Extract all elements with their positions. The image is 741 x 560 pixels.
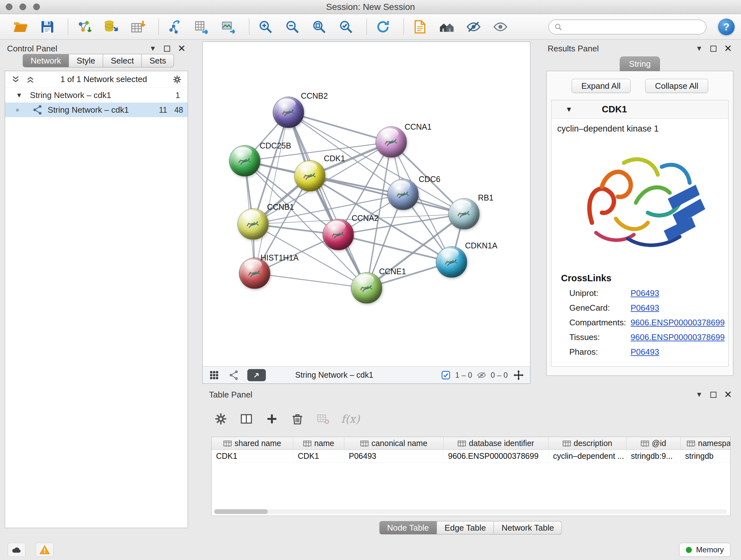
zoom-in-button[interactable] [257, 18, 274, 36]
column-header-namespac[interactable]: namespac [681, 437, 731, 449]
panel-menu-icon[interactable]: ▼ [696, 390, 703, 399]
window-minimize-button[interactable] [19, 3, 26, 10]
node-cdk1[interactable] [294, 160, 326, 192]
collapse-all-button[interactable]: Collapse All [645, 79, 709, 93]
column-header-description[interactable]: description [549, 437, 626, 449]
show-columns-button[interactable] [239, 412, 254, 426]
disclosure-triangle-icon[interactable]: ▼ [565, 105, 572, 114]
export-table-button[interactable] [193, 18, 211, 36]
tab-sets[interactable]: Sets [142, 54, 174, 67]
tab-network-table[interactable]: Network Table [494, 521, 562, 535]
edge-ccnb2-ccna1[interactable] [288, 112, 391, 142]
node-rb1[interactable] [448, 198, 480, 230]
panel-menu-icon[interactable]: ▼ [696, 44, 703, 53]
hide-graphics-button[interactable] [465, 18, 482, 36]
column-header-id[interactable]: @id [626, 437, 681, 449]
tab-network[interactable]: Network [23, 54, 69, 67]
crosslink-value-link[interactable]: 9606.ENSP00000378699 [630, 318, 725, 327]
tab-string[interactable]: String [620, 57, 660, 71]
horizontal-scrollbar[interactable] [214, 509, 727, 514]
node-ccna2[interactable] [323, 219, 354, 250]
export-network-icon [167, 19, 183, 35]
node-ccnb1[interactable] [238, 208, 269, 240]
import-table-button[interactable] [129, 18, 147, 36]
detach-view-button[interactable] [247, 369, 266, 381]
crosslink-value-link[interactable]: P06493 [630, 303, 659, 313]
panel-menu-icon[interactable]: ▼ [149, 44, 156, 53]
panel-float-icon[interactable] [164, 46, 170, 52]
show-graphics-button[interactable] [491, 18, 509, 36]
network-edge-count: 48 [174, 105, 183, 115]
save-session-button[interactable] [38, 18, 56, 36]
mini-protein-image [247, 267, 263, 279]
crosslink-value-link[interactable]: P06493 [630, 347, 659, 357]
node-cdkn1a[interactable] [436, 246, 467, 278]
column-header-label: @id [652, 439, 666, 448]
panel-close-icon[interactable]: ✕ [178, 44, 186, 53]
scrollbar-thumb[interactable] [214, 509, 268, 514]
column-header-name[interactable]: name [293, 437, 344, 449]
disclosure-triangle-icon[interactable]: ▼ [16, 91, 22, 99]
window-zoom-button[interactable] [33, 3, 40, 10]
tab-edge-table[interactable]: Edge Table [437, 521, 494, 535]
column-header-database-identifier[interactable]: database identifier [444, 437, 549, 449]
network-list-button[interactable] [227, 369, 240, 381]
expand-all-icon[interactable] [11, 75, 20, 84]
create-column-button[interactable] [265, 412, 279, 426]
column-header-canonical-name[interactable]: canonical name [344, 437, 444, 449]
node-ccne1[interactable] [351, 272, 382, 304]
tab-style[interactable]: Style [69, 54, 103, 67]
table-row[interactable]: CDK1CDK1P064939606.ENSP00000378699cyclin… [212, 450, 730, 462]
panel-float-icon[interactable] [711, 46, 717, 52]
plus-icon [265, 412, 279, 426]
grid-view-button[interactable] [208, 369, 220, 381]
tab-node-table[interactable]: Node Table [379, 521, 437, 535]
tab-select[interactable]: Select [103, 54, 142, 67]
toolbar-separator [249, 18, 250, 35]
protein-card-header[interactable]: ▼ CDK1 [551, 100, 728, 119]
session-notes-button[interactable] [411, 18, 429, 36]
zoom-fit-button[interactable] [310, 18, 328, 36]
crosslink-value-link[interactable]: P06493 [630, 288, 659, 298]
edge-ccnb2-hist1h1a[interactable] [255, 112, 288, 273]
network-collection-row[interactable]: ▼ String Network – cdk1 1 [5, 88, 188, 103]
table-header-row: shared namenamecanonical namedatabase id… [212, 437, 730, 450]
cloud-status-button[interactable] [8, 543, 25, 557]
edge-hist1h1a-ccne1[interactable] [255, 273, 367, 288]
hidden-eye-slash-icon[interactable] [477, 370, 486, 380]
network-row-selected[interactable]: ● String Network – cdk1 11 48 [5, 103, 188, 117]
warning-status-button[interactable] [36, 543, 54, 557]
node-ccnb2[interactable] [273, 97, 304, 128]
export-network-button[interactable] [166, 18, 184, 36]
table-mode-button[interactable] [213, 412, 228, 426]
zoom-out-button[interactable] [283, 18, 301, 36]
column-header-label: namespac [698, 439, 731, 448]
function-builder-button[interactable]: f(x) [341, 413, 360, 425]
export-image-button[interactable] [219, 18, 238, 36]
panel-float-icon[interactable] [711, 392, 717, 398]
column-header-shared-name[interactable]: shared name [212, 437, 293, 449]
crosslink-value-link[interactable]: 9606.ENSP00000378699 [630, 332, 725, 342]
import-network-database-button[interactable] [102, 18, 120, 36]
search-input[interactable] [566, 21, 706, 34]
panel-close-icon[interactable]: ✕ [724, 390, 732, 399]
window-close-button[interactable] [6, 3, 12, 10]
collapse-all-icon[interactable] [25, 75, 35, 84]
gear-icon[interactable] [172, 75, 182, 84]
open-session-button[interactable] [11, 18, 29, 36]
zoom-selected-button[interactable] [337, 18, 355, 36]
network-canvas[interactable]: CCNB2CCNA1CDC25BCDK1CDC6RB1CCNB1CCNA2CDK… [203, 42, 530, 366]
memory-button[interactable]: Memory [679, 543, 731, 557]
birds-eye-toggle-button[interactable] [512, 369, 525, 381]
expand-all-button[interactable]: Expand All [571, 79, 630, 93]
delete-column-button[interactable] [290, 412, 305, 426]
apply-layout-button[interactable] [374, 18, 392, 36]
protein-description: cyclin–dependent kinase 1 [557, 124, 728, 134]
table-cell-id: stringdb:9... [626, 450, 681, 462]
selected-checkbox-icon[interactable] [441, 370, 451, 380]
panel-close-icon[interactable]: ✕ [724, 44, 732, 53]
help-button[interactable]: ? [718, 18, 735, 35]
clear-table-button[interactable] [316, 412, 330, 426]
import-network-file-button[interactable] [75, 18, 93, 36]
cybrowser-button[interactable] [438, 18, 456, 36]
